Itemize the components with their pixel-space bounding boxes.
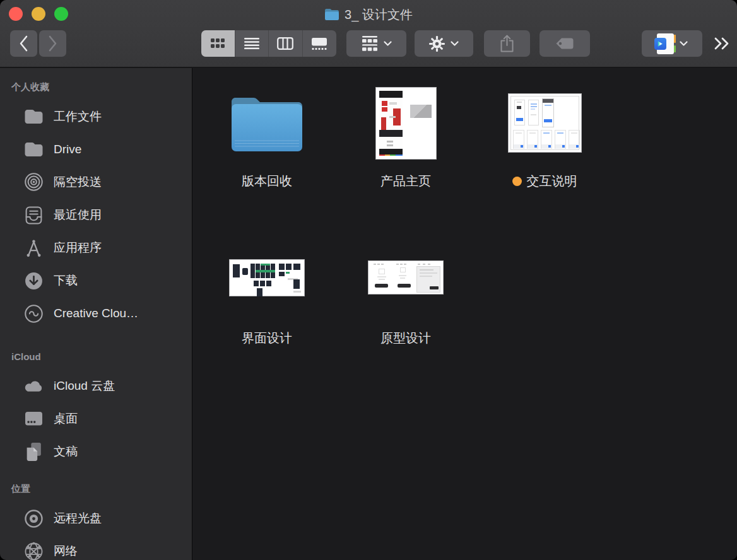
list-view-button[interactable] [235, 30, 269, 57]
tag-button[interactable] [539, 30, 590, 57]
chevron-down-icon [384, 41, 392, 46]
open-with-app-button[interactable] [642, 30, 702, 57]
sidebar-item-label: 隔空投送 [54, 174, 102, 190]
optical-disc-icon [23, 509, 44, 528]
chevron-down-icon [680, 41, 688, 46]
forward-icon [48, 35, 57, 52]
sidebar-item-work-files[interactable]: 工作文件 [0, 100, 192, 133]
sidebar-item-creative-cloud[interactable]: Creative Clou… [0, 297, 192, 330]
file-item-prototype-design[interactable]: 原型设计 [343, 234, 469, 347]
window-title-area: 3_ 设计文件 [0, 6, 737, 23]
back-button[interactable] [10, 30, 37, 57]
downloads-icon [23, 271, 44, 291]
sidebar-item-drive[interactable]: Drive [0, 133, 192, 166]
window-title: 3_ 设计文件 [345, 6, 413, 23]
column-view-icon [277, 37, 293, 50]
icon-view-icon [211, 38, 225, 49]
gear-icon [429, 36, 445, 52]
desktop-icon [23, 411, 44, 427]
sidebar-item-remote-disc[interactable]: 远程光盘 [0, 502, 192, 535]
sidebar-item-label: 远程光盘 [54, 510, 102, 527]
share-button[interactable] [484, 30, 530, 57]
document-thumbnail [375, 87, 437, 160]
double-chevron-right-icon [714, 37, 730, 50]
forward-button[interactable] [39, 30, 66, 57]
sidebar-item-network[interactable]: 网络 [0, 535, 192, 560]
sidebar-section-locations: 位置 [0, 480, 192, 498]
file-item-label: 原型设计 [380, 330, 431, 347]
file-browser-content: 版本回收 [193, 68, 737, 560]
sidebar-item-applications[interactable]: 应用程序 [0, 231, 192, 264]
gallery-view-icon [312, 38, 327, 50]
network-globe-icon [23, 542, 44, 560]
sidebar-item-label: iCloud 云盘 [54, 378, 115, 394]
sidebar-item-label: 最近使用 [54, 207, 102, 223]
folder-icon [23, 142, 44, 157]
document-thumbnail [229, 259, 305, 296]
view-switcher [201, 30, 336, 57]
titlebar: 3_ 设计文件 [0, 0, 737, 67]
file-item-interaction-spec[interactable]: 交互说明 [481, 76, 608, 190]
design-app-icon [657, 33, 674, 54]
icon-view-button[interactable] [201, 30, 235, 57]
file-item-label: 产品主页 [380, 173, 431, 190]
group-button[interactable] [346, 30, 406, 57]
back-icon [19, 35, 28, 52]
finder-window: 3_ 设计文件 [0, 0, 737, 560]
document-thumbnail [508, 93, 582, 153]
sidebar-item-downloads[interactable]: 下载 [0, 264, 192, 297]
blue-folder-icon [229, 94, 305, 152]
tag-icon [555, 37, 574, 50]
proxy-folder-icon[interactable] [324, 8, 339, 21]
file-item-label: 交互说明 [527, 173, 577, 190]
file-item-label: 界面设计 [242, 330, 292, 347]
file-item-version-recycle[interactable]: 版本回收 [204, 76, 330, 190]
applications-icon [23, 239, 44, 257]
orange-tag-dot [512, 177, 522, 186]
sidebar-item-label: 下载 [54, 272, 78, 289]
sidebar-item-desktop[interactable]: 桌面 [0, 402, 192, 435]
sidebar-item-recents[interactable]: 最近使用 [0, 199, 192, 231]
sidebar-item-label: Drive [54, 143, 81, 156]
file-item-ui-design[interactable]: 界面设计 [204, 234, 330, 347]
document-thumbnail [368, 260, 444, 295]
chevron-down-icon [451, 41, 459, 46]
action-button[interactable] [415, 30, 473, 57]
file-item-label: 版本回收 [242, 173, 292, 190]
recents-icon [23, 206, 44, 225]
sidebar-item-label: Creative Clou… [54, 306, 138, 320]
creative-cloud-icon [23, 304, 44, 324]
folder-icon [23, 109, 44, 124]
sidebar-item-label: 桌面 [54, 411, 78, 427]
file-item-product-homepage[interactable]: 产品主页 [343, 76, 469, 190]
sidebar-item-label: 应用程序 [54, 240, 102, 256]
sidebar-item-documents[interactable]: 文稿 [0, 435, 192, 468]
gallery-view-button[interactable] [303, 30, 337, 57]
sidebar-section-icloud: iCloud [0, 347, 192, 365]
sidebar-item-label: 工作文件 [54, 108, 102, 125]
toolbar-overflow-button[interactable] [709, 30, 734, 57]
sidebar-item-icloud-drive[interactable]: iCloud 云盘 [0, 370, 192, 402]
icloud-icon [23, 379, 44, 393]
sidebar-item-label: 网络 [54, 543, 78, 559]
column-view-button[interactable] [269, 30, 303, 57]
sidebar-item-label: 文稿 [54, 443, 78, 460]
group-icon [362, 36, 378, 51]
documents-icon [23, 442, 44, 462]
share-icon [500, 34, 514, 53]
sidebar-section-favorites: 个人收藏 [0, 78, 192, 96]
airdrop-icon [23, 173, 44, 192]
sidebar: 个人收藏 工作文件 Drive 隔空投送 [0, 68, 192, 560]
list-view-icon [244, 38, 259, 49]
sidebar-item-airdrop[interactable]: 隔空投送 [0, 166, 192, 199]
